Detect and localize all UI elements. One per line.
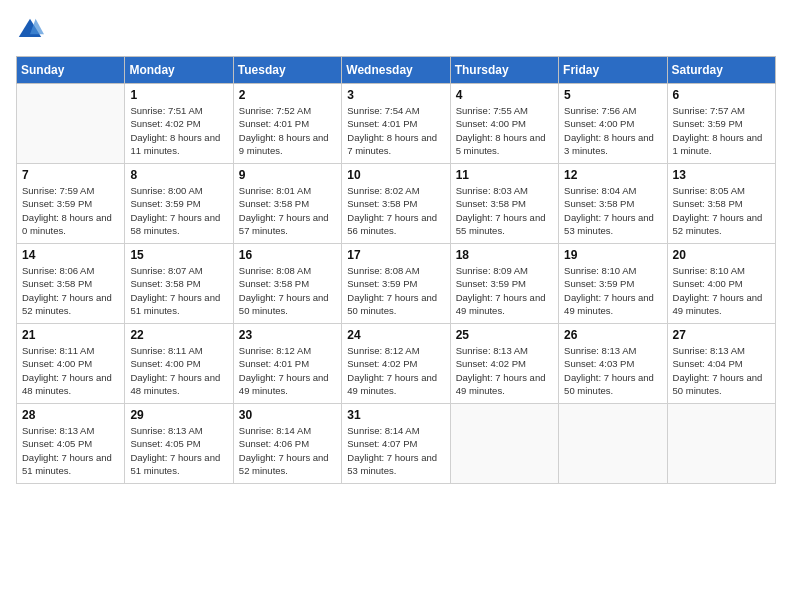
calendar-cell: 25Sunrise: 8:13 AMSunset: 4:02 PMDayligh… [450,324,558,404]
calendar-cell: 27Sunrise: 8:13 AMSunset: 4:04 PMDayligh… [667,324,775,404]
calendar-cell: 13Sunrise: 8:05 AMSunset: 3:58 PMDayligh… [667,164,775,244]
calendar-cell: 18Sunrise: 8:09 AMSunset: 3:59 PMDayligh… [450,244,558,324]
day-number: 24 [347,328,444,342]
day-number: 8 [130,168,227,182]
calendar-cell: 22Sunrise: 8:11 AMSunset: 4:00 PMDayligh… [125,324,233,404]
day-detail: Sunrise: 8:02 AMSunset: 3:58 PMDaylight:… [347,184,444,237]
day-number: 29 [130,408,227,422]
day-detail: Sunrise: 7:55 AMSunset: 4:00 PMDaylight:… [456,104,553,157]
calendar-week-3: 21Sunrise: 8:11 AMSunset: 4:00 PMDayligh… [17,324,776,404]
calendar-cell: 2Sunrise: 7:52 AMSunset: 4:01 PMDaylight… [233,84,341,164]
day-number: 18 [456,248,553,262]
calendar-cell: 23Sunrise: 8:12 AMSunset: 4:01 PMDayligh… [233,324,341,404]
calendar-cell: 28Sunrise: 8:13 AMSunset: 4:05 PMDayligh… [17,404,125,484]
calendar-week-0: 1Sunrise: 7:51 AMSunset: 4:02 PMDaylight… [17,84,776,164]
calendar-cell: 19Sunrise: 8:10 AMSunset: 3:59 PMDayligh… [559,244,667,324]
calendar-cell: 1Sunrise: 7:51 AMSunset: 4:02 PMDaylight… [125,84,233,164]
weekday-header-thursday: Thursday [450,57,558,84]
day-number: 5 [564,88,661,102]
day-detail: Sunrise: 7:52 AMSunset: 4:01 PMDaylight:… [239,104,336,157]
calendar-cell: 14Sunrise: 8:06 AMSunset: 3:58 PMDayligh… [17,244,125,324]
day-number: 19 [564,248,661,262]
weekday-row: SundayMondayTuesdayWednesdayThursdayFrid… [17,57,776,84]
day-number: 17 [347,248,444,262]
weekday-header-friday: Friday [559,57,667,84]
calendar-cell: 12Sunrise: 8:04 AMSunset: 3:58 PMDayligh… [559,164,667,244]
day-detail: Sunrise: 8:06 AMSunset: 3:58 PMDaylight:… [22,264,119,317]
day-number: 12 [564,168,661,182]
calendar-table: SundayMondayTuesdayWednesdayThursdayFrid… [16,56,776,484]
calendar-cell: 11Sunrise: 8:03 AMSunset: 3:58 PMDayligh… [450,164,558,244]
day-number: 31 [347,408,444,422]
day-detail: Sunrise: 8:13 AMSunset: 4:03 PMDaylight:… [564,344,661,397]
calendar-cell: 3Sunrise: 7:54 AMSunset: 4:01 PMDaylight… [342,84,450,164]
day-detail: Sunrise: 8:10 AMSunset: 3:59 PMDaylight:… [564,264,661,317]
day-detail: Sunrise: 8:04 AMSunset: 3:58 PMDaylight:… [564,184,661,237]
calendar-cell [559,404,667,484]
weekday-header-sunday: Sunday [17,57,125,84]
calendar-cell: 8Sunrise: 8:00 AMSunset: 3:59 PMDaylight… [125,164,233,244]
day-number: 28 [22,408,119,422]
day-number: 23 [239,328,336,342]
calendar-week-1: 7Sunrise: 7:59 AMSunset: 3:59 PMDaylight… [17,164,776,244]
calendar-cell: 26Sunrise: 8:13 AMSunset: 4:03 PMDayligh… [559,324,667,404]
day-number: 15 [130,248,227,262]
logo-icon [16,16,44,44]
calendar-cell: 31Sunrise: 8:14 AMSunset: 4:07 PMDayligh… [342,404,450,484]
calendar-cell: 5Sunrise: 7:56 AMSunset: 4:00 PMDaylight… [559,84,667,164]
day-number: 14 [22,248,119,262]
calendar-cell: 20Sunrise: 8:10 AMSunset: 4:00 PMDayligh… [667,244,775,324]
day-number: 16 [239,248,336,262]
day-number: 6 [673,88,770,102]
day-detail: Sunrise: 8:11 AMSunset: 4:00 PMDaylight:… [130,344,227,397]
day-detail: Sunrise: 8:01 AMSunset: 3:58 PMDaylight:… [239,184,336,237]
day-detail: Sunrise: 8:13 AMSunset: 4:02 PMDaylight:… [456,344,553,397]
day-detail: Sunrise: 8:12 AMSunset: 4:02 PMDaylight:… [347,344,444,397]
calendar-cell [667,404,775,484]
day-number: 9 [239,168,336,182]
calendar-header: SundayMondayTuesdayWednesdayThursdayFrid… [17,57,776,84]
day-detail: Sunrise: 7:51 AMSunset: 4:02 PMDaylight:… [130,104,227,157]
day-number: 20 [673,248,770,262]
day-number: 30 [239,408,336,422]
weekday-header-tuesday: Tuesday [233,57,341,84]
calendar-cell: 10Sunrise: 8:02 AMSunset: 3:58 PMDayligh… [342,164,450,244]
day-number: 21 [22,328,119,342]
day-number: 13 [673,168,770,182]
weekday-header-monday: Monday [125,57,233,84]
day-detail: Sunrise: 8:08 AMSunset: 3:59 PMDaylight:… [347,264,444,317]
day-number: 22 [130,328,227,342]
day-number: 4 [456,88,553,102]
calendar-week-4: 28Sunrise: 8:13 AMSunset: 4:05 PMDayligh… [17,404,776,484]
calendar-cell: 6Sunrise: 7:57 AMSunset: 3:59 PMDaylight… [667,84,775,164]
day-detail: Sunrise: 7:59 AMSunset: 3:59 PMDaylight:… [22,184,119,237]
day-detail: Sunrise: 8:14 AMSunset: 4:06 PMDaylight:… [239,424,336,477]
calendar-cell: 21Sunrise: 8:11 AMSunset: 4:00 PMDayligh… [17,324,125,404]
day-detail: Sunrise: 8:07 AMSunset: 3:58 PMDaylight:… [130,264,227,317]
calendar-cell: 9Sunrise: 8:01 AMSunset: 3:58 PMDaylight… [233,164,341,244]
calendar-cell: 24Sunrise: 8:12 AMSunset: 4:02 PMDayligh… [342,324,450,404]
day-detail: Sunrise: 8:14 AMSunset: 4:07 PMDaylight:… [347,424,444,477]
day-detail: Sunrise: 7:57 AMSunset: 3:59 PMDaylight:… [673,104,770,157]
day-detail: Sunrise: 8:13 AMSunset: 4:05 PMDaylight:… [130,424,227,477]
day-number: 25 [456,328,553,342]
calendar-cell [450,404,558,484]
day-detail: Sunrise: 8:11 AMSunset: 4:00 PMDaylight:… [22,344,119,397]
day-number: 2 [239,88,336,102]
day-detail: Sunrise: 8:13 AMSunset: 4:05 PMDaylight:… [22,424,119,477]
calendar-cell: 17Sunrise: 8:08 AMSunset: 3:59 PMDayligh… [342,244,450,324]
calendar-cell: 30Sunrise: 8:14 AMSunset: 4:06 PMDayligh… [233,404,341,484]
day-number: 1 [130,88,227,102]
day-detail: Sunrise: 8:09 AMSunset: 3:59 PMDaylight:… [456,264,553,317]
day-detail: Sunrise: 8:13 AMSunset: 4:04 PMDaylight:… [673,344,770,397]
day-detail: Sunrise: 7:56 AMSunset: 4:00 PMDaylight:… [564,104,661,157]
day-number: 10 [347,168,444,182]
day-detail: Sunrise: 8:12 AMSunset: 4:01 PMDaylight:… [239,344,336,397]
page-header [16,16,776,44]
calendar-body: 1Sunrise: 7:51 AMSunset: 4:02 PMDaylight… [17,84,776,484]
day-detail: Sunrise: 7:54 AMSunset: 4:01 PMDaylight:… [347,104,444,157]
day-detail: Sunrise: 8:10 AMSunset: 4:00 PMDaylight:… [673,264,770,317]
day-detail: Sunrise: 8:00 AMSunset: 3:59 PMDaylight:… [130,184,227,237]
logo [16,16,48,44]
calendar-cell: 7Sunrise: 7:59 AMSunset: 3:59 PMDaylight… [17,164,125,244]
